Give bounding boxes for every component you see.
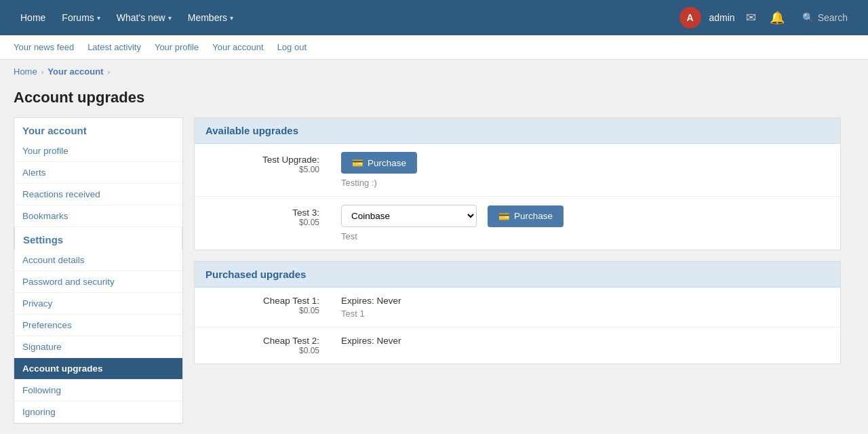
breadcrumb-separator-2: › [107, 68, 110, 76]
purchased-2-info: Expires: Never [330, 328, 840, 363]
top-navigation: Home Forums ▾ What's new ▾ Members ▾ A a… [0, 0, 868, 35]
nav-members-label: Members [188, 12, 227, 23]
credit-card-icon-2: 💳 [498, 211, 510, 222]
purchased-row-2: Cheap Test 2: $0.05 Expires: Never [195, 328, 840, 363]
chevron-down-icon-3: ▾ [230, 14, 233, 22]
nav-whats-new[interactable]: What's new ▾ [110, 7, 178, 28]
bell-icon[interactable]: 🔔 [767, 7, 787, 28]
subnav-latest-activity[interactable]: Latest activity [87, 37, 141, 58]
nav-whats-new-label: What's new [117, 12, 165, 23]
sidebar-account-items: Your profile Alerts Reactions received B… [14, 140, 183, 424]
sidebar-item-alerts[interactable]: Alerts [14, 162, 182, 184]
content-area: Available upgrades Test Upgrade: $5.00 💳… [194, 117, 841, 424]
nav-home-label: Home [20, 12, 45, 23]
upgrade-2-actions: Coinbase 💳 Purchase Test [330, 197, 840, 250]
upgrade-row-2: Test 3: $0.05 Coinbase 💳 Purchase Test [195, 197, 840, 250]
search-icon: 🔍 [802, 12, 814, 23]
page-title: Account upgrades [0, 83, 868, 117]
purchase-label-1: Purchase [368, 158, 406, 168]
purchased-1-price: $0.05 [195, 306, 319, 315]
sidebar-item-reactions[interactable]: Reactions received [14, 184, 182, 205]
breadcrumb: Home › Your account › [0, 60, 868, 83]
purchased-2-label: Cheap Test 2: $0.05 [195, 328, 330, 363]
nav-forums-label: Forums [62, 12, 94, 23]
sidebar-settings-title: Settings [14, 227, 182, 250]
nav-home[interactable]: Home [14, 7, 52, 28]
sidebar-item-bookmarks[interactable]: Bookmarks [14, 205, 182, 227]
chevron-down-icon: ▾ [97, 14, 100, 22]
upgrade-1-actions: 💳 Purchase Testing :) [330, 144, 840, 196]
upgrade-1-desc: Testing :) [341, 178, 829, 188]
sidebar-item-your-profile[interactable]: Your profile [14, 140, 182, 162]
purchased-row-1: Cheap Test 1: $0.05 Expires: Never Test … [195, 288, 840, 328]
purchase-button-1[interactable]: 💳 Purchase [341, 152, 417, 174]
breadcrumb-account[interactable]: Your account [47, 66, 103, 77]
sidebar-item-following[interactable]: Following [14, 380, 182, 401]
chevron-down-icon-2: ▾ [168, 14, 172, 22]
purchased-1-label: Cheap Test 1: $0.05 [195, 288, 330, 327]
nav-members[interactable]: Members ▾ [181, 7, 240, 28]
purchased-1-desc: Test 1 [341, 309, 829, 319]
breadcrumb-separator-1: › [41, 68, 44, 76]
sidebar-item-account-details[interactable]: Account details [14, 250, 182, 271]
sidebar-item-signature[interactable]: Signature [14, 336, 182, 358]
breadcrumb-home[interactable]: Home [14, 66, 37, 77]
nav-items: Home Forums ▾ What's new ▾ Members ▾ [14, 7, 679, 28]
sidebar: Your account Your profile Alerts Reactio… [14, 117, 183, 424]
purchased-2-name: Cheap Test 2: [195, 336, 319, 346]
sidebar-item-privacy[interactable]: Privacy [14, 293, 182, 315]
purchased-1-info: Expires: Never Test 1 [330, 288, 840, 327]
sidebar-item-ignoring[interactable]: Ignoring [14, 401, 182, 423]
upgrade-1-name: Test Upgrade: [195, 155, 319, 165]
upgrade-1-label: Test Upgrade: $5.00 [195, 144, 330, 185]
credit-card-icon-1: 💳 [352, 157, 363, 168]
search-button[interactable]: 🔍 Search [795, 8, 854, 27]
purchase-button-2[interactable]: 💳 Purchase [488, 205, 564, 227]
username-label[interactable]: admin [709, 12, 735, 23]
purchased-2-price: $0.05 [195, 346, 319, 355]
subnav-your-account[interactable]: Your account [212, 37, 263, 58]
purchased-upgrades-section: Purchased upgrades Cheap Test 1: $0.05 E… [194, 261, 841, 364]
purchased-upgrades-header: Purchased upgrades [195, 262, 840, 288]
subnav-log-out[interactable]: Log out [277, 37, 307, 58]
available-upgrades-section: Available upgrades Test Upgrade: $5.00 💳… [194, 117, 841, 250]
subnav-your-profile[interactable]: Your profile [155, 37, 199, 58]
select-purchase-row: Coinbase 💳 Purchase [341, 205, 829, 227]
upgrade-2-label: Test 3: $0.05 [195, 197, 330, 238]
search-label: Search [818, 12, 848, 23]
upgrade-1-price: $5.00 [195, 165, 319, 174]
upgrade-2-price: $0.05 [195, 218, 319, 227]
subnav-news-feed[interactable]: Your news feed [14, 37, 74, 58]
payment-method-select[interactable]: Coinbase [341, 205, 477, 227]
purchased-1-name: Cheap Test 1: [195, 296, 319, 306]
user-avatar[interactable]: A [679, 7, 701, 28]
sidebar-item-password-security[interactable]: Password and security [14, 271, 182, 293]
sidebar-account-title: Your account [14, 117, 183, 140]
upgrade-2-name: Test 3: [195, 208, 319, 218]
upgrade-2-desc: Test [341, 231, 829, 241]
nav-right: A admin ✉ 🔔 🔍 Search [679, 7, 855, 28]
upgrade-row-1: Test Upgrade: $5.00 💳 Purchase Testing :… [195, 144, 840, 197]
purchased-2-expires: Expires: Never [341, 336, 829, 346]
envelope-icon[interactable]: ✉ [743, 7, 759, 28]
avatar-initial: A [686, 12, 693, 23]
purchased-1-expires: Expires: Never [341, 296, 829, 306]
sidebar-item-preferences[interactable]: Preferences [14, 315, 182, 336]
sub-navigation: Your news feed Latest activity Your prof… [0, 35, 868, 60]
available-upgrades-header: Available upgrades [195, 118, 840, 144]
nav-forums[interactable]: Forums ▾ [55, 7, 106, 28]
purchase-label-2: Purchase [514, 211, 553, 221]
main-layout: Your account Your profile Alerts Reactio… [0, 117, 854, 434]
sidebar-item-account-upgrades[interactable]: Account upgrades [14, 358, 182, 380]
